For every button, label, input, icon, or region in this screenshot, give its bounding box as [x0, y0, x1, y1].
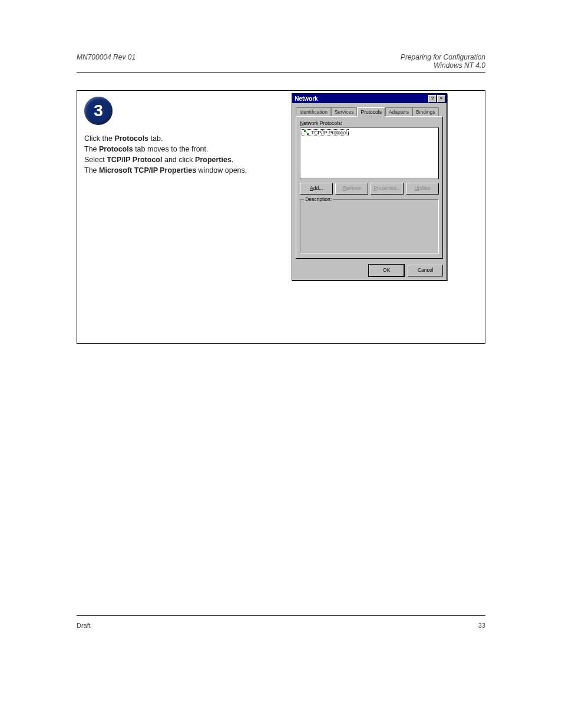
- instr-text: Select: [84, 156, 107, 164]
- instr-text: and click: [162, 156, 195, 164]
- titlebar-buttons: ? ×: [428, 95, 445, 103]
- btn-rest: dd...: [313, 185, 323, 191]
- list-item-label: TCP/IP Protocol: [311, 130, 347, 136]
- protocols-listbox[interactable]: TCP/IP Protocol: [300, 127, 439, 179]
- btn-rest: roperties...: [377, 185, 401, 191]
- tab-adapters[interactable]: Adapters: [385, 107, 412, 117]
- label-rest: etwork Protocols:: [303, 120, 342, 126]
- tab-protocols[interactable]: Protocols: [357, 107, 385, 117]
- instruction-text: Click the Protocols tab. The Protocols t…: [84, 133, 280, 176]
- footer-left: Draft: [77, 622, 91, 629]
- instr-bold-protocols: Protocols: [114, 134, 148, 143]
- dialog-title: Network: [293, 95, 318, 102]
- svg-line-2: [305, 131, 308, 134]
- page: MN700004 Rev 01 Preparing for Configurat…: [0, 0, 562, 728]
- instr-text: tab moves to the front.: [133, 145, 209, 153]
- instr-text: Click the: [84, 134, 114, 143]
- btn-rest: emove: [346, 185, 361, 191]
- tab-identification[interactable]: Identification: [296, 107, 331, 117]
- instr-bold-properties: Properties: [195, 156, 232, 164]
- footer-rule: [77, 615, 485, 616]
- tab-panel: Network Protocols: TCP/IP Protocol Add..…: [296, 116, 443, 259]
- step-number-badge: 3: [84, 97, 113, 125]
- close-icon[interactable]: ×: [437, 95, 445, 103]
- cancel-button[interactable]: Cancel: [408, 265, 443, 276]
- content-frame: 3 Click the Protocols tab. The Protocols…: [77, 90, 485, 344]
- instr-bold-tcp: TCP/IP Protocol: [107, 156, 162, 164]
- list-item-tcpip[interactable]: TCP/IP Protocol: [302, 129, 349, 136]
- dialog-body: Identification Services Protocols Adapte…: [292, 103, 447, 262]
- description-label: Description:: [304, 196, 333, 202]
- header-subtitle: Windows NT 4.0: [401, 61, 485, 70]
- tab-services[interactable]: Services: [331, 107, 358, 117]
- btn-rest: pdate: [418, 185, 431, 191]
- instruction-column: 3 Click the Protocols tab. The Protocols…: [77, 91, 287, 343]
- instr-text: The: [84, 145, 99, 153]
- titlebar[interactable]: Network ? ×: [292, 94, 447, 103]
- ok-button[interactable]: OK: [369, 265, 404, 276]
- header-title: Preparing for Configuration: [401, 53, 485, 61]
- instr-text: The: [84, 166, 99, 174]
- description-groupbox: Description:: [300, 199, 439, 253]
- footer-page-number: 33: [478, 622, 485, 629]
- screenshot-column: Network ? × Identification Services Prot…: [287, 91, 485, 343]
- tab-strip: Identification Services Protocols Adapte…: [296, 107, 443, 116]
- instr-text: window opens.: [196, 166, 247, 174]
- remove-button[interactable]: Remove: [335, 183, 368, 195]
- protocol-icon: [303, 130, 309, 136]
- page-footer: Draft 33: [77, 622, 485, 629]
- properties-button[interactable]: Properties...: [371, 183, 404, 195]
- page-header: MN700004 Rev 01 Preparing for Configurat…: [77, 53, 485, 73]
- header-doc-id: MN700004 Rev 01: [77, 53, 135, 61]
- network-protocols-label: Network Protocols:: [300, 120, 439, 126]
- header-section: Preparing for Configuration Windows NT 4…: [401, 53, 485, 70]
- update-button[interactable]: Update: [406, 183, 439, 195]
- instr-bold-tcpprops: Microsoft TCP/IP Properties: [99, 166, 196, 174]
- instr-bold-protocols2: Protocols: [99, 145, 133, 153]
- instr-text: .: [232, 156, 233, 164]
- dialog-footer: OK Cancel: [292, 262, 447, 280]
- button-row: Add... Remove Properties... Update: [300, 183, 439, 195]
- tab-bindings[interactable]: Bindings: [412, 107, 439, 117]
- add-button[interactable]: Add...: [300, 183, 333, 195]
- network-dialog: Network ? × Identification Services Prot…: [292, 93, 447, 281]
- help-icon[interactable]: ?: [428, 95, 437, 103]
- instr-text: tab.: [148, 134, 163, 143]
